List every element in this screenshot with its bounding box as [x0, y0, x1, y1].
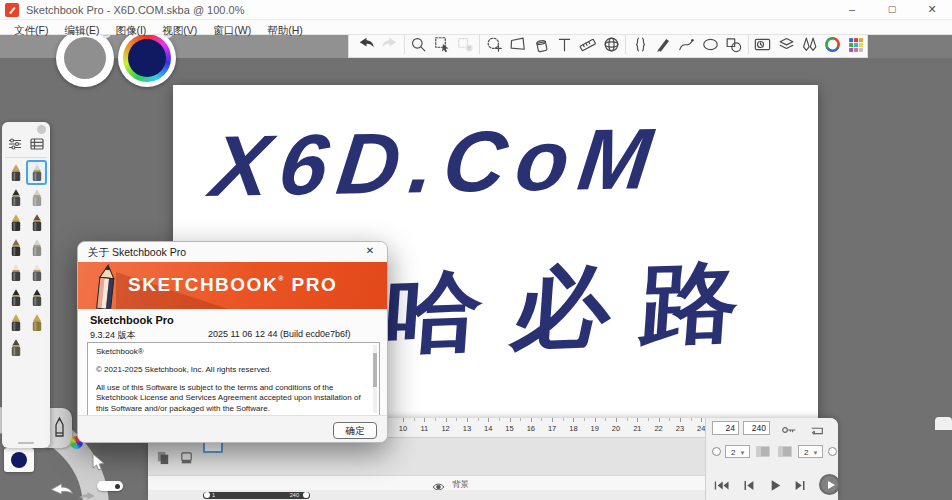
menu-item-4[interactable]: 窗口(W) — [205, 23, 259, 39]
brush-list-icon[interactable] — [29, 136, 45, 156]
license-line: All use of this Software is subject to t… — [96, 383, 365, 415]
play-animation-button[interactable] — [819, 474, 840, 495]
dialog-close-button[interactable]: ✕ — [362, 245, 378, 256]
menu-item-3[interactable]: 视图(V) — [154, 23, 205, 39]
curve-icon[interactable] — [676, 32, 698, 56]
brush-gold-marker[interactable] — [26, 310, 47, 335]
color-wheel-icon[interactable] — [822, 32, 844, 56]
next-frame-button[interactable] — [794, 478, 807, 496]
redo-icon[interactable] — [378, 32, 400, 56]
background-layer-row[interactable]: 背景 — [148, 475, 705, 490]
go-to-start-button[interactable] — [714, 478, 730, 496]
radio-right[interactable] — [828, 447, 837, 456]
speed-select-left[interactable]: 2▼ — [725, 445, 750, 458]
ellipse-icon[interactable] — [699, 32, 721, 56]
registered-mark: ® — [278, 275, 285, 282]
lagoon-redo-icon[interactable] — [78, 487, 96, 500]
timelapse-icon[interactable] — [752, 32, 774, 56]
selection-add-icon[interactable] — [483, 32, 505, 56]
brush-puck-surface[interactable] — [64, 37, 106, 79]
symmetry-icon[interactable] — [629, 32, 651, 56]
duplicate-frame-icon[interactable] — [156, 450, 172, 466]
ruler-tick-minor — [414, 418, 415, 421]
brush-ballpoint[interactable] — [5, 235, 26, 260]
ok-button[interactable]: 确定 — [333, 422, 377, 439]
ruler-icon[interactable] — [577, 32, 599, 56]
panel-drag-handle[interactable] — [18, 442, 34, 444]
onion-before-icon[interactable] — [756, 446, 770, 457]
license-scrollbar[interactable] — [373, 345, 377, 413]
range-start-handle[interactable] — [204, 492, 210, 498]
brush-pencil[interactable] — [5, 160, 26, 185]
layers-icon[interactable] — [775, 32, 797, 56]
swatches-icon[interactable] — [845, 32, 867, 56]
color-puck-current-color[interactable] — [128, 39, 166, 77]
current-frame-input[interactable]: 24 — [712, 421, 739, 435]
select-icon[interactable] — [431, 32, 453, 56]
deselect-icon[interactable] — [454, 32, 476, 56]
brush-felt-marker-2[interactable] — [26, 285, 47, 310]
ruler-tick — [488, 418, 489, 422]
ruler-tick — [659, 418, 660, 422]
onion-after-icon[interactable] — [778, 446, 792, 457]
menu-item-0[interactable]: 文件(F) — [6, 23, 56, 39]
brush-paintbrush[interactable] — [26, 210, 47, 235]
loop-icon[interactable] — [809, 422, 825, 440]
brush-inking-pen[interactable] — [5, 185, 26, 210]
menu-item-5[interactable]: 帮助(H) — [259, 23, 311, 39]
brush-library-icon[interactable] — [798, 32, 820, 56]
previous-frame-button[interactable] — [742, 478, 755, 496]
range-end-handle[interactable] — [303, 492, 309, 498]
zoom-icon[interactable] — [408, 32, 430, 56]
panel-knob[interactable] — [37, 125, 46, 134]
distort-icon[interactable] — [507, 32, 529, 56]
dialog-footer: 确定 — [78, 415, 387, 443]
brush-eraser-hard[interactable] — [5, 260, 26, 285]
ruler-number: 21 — [633, 424, 641, 433]
perspective-icon[interactable] — [600, 32, 622, 56]
play-button[interactable] — [770, 478, 782, 496]
timeline-frames-area[interactable] — [148, 438, 705, 475]
total-frames-input[interactable]: 240 — [743, 421, 770, 435]
key-icon[interactable] — [781, 422, 797, 440]
brush-airbrush[interactable] — [26, 185, 47, 210]
product-name: Sketchbook Pro — [90, 314, 174, 326]
close-button[interactable]: ✕ — [912, 0, 952, 20]
current-color-chip[interactable] — [4, 448, 34, 472]
fill-icon[interactable] — [530, 32, 552, 56]
license-textbox[interactable]: Sketchbook®© 2021-2025 Sketchbook, Inc. … — [87, 342, 380, 416]
brush-fine-marker[interactable] — [5, 310, 26, 335]
ruler-tick-minor — [541, 418, 542, 421]
playback-controls-section: 24 240 2▼ 2▼ — [705, 418, 838, 500]
text-icon[interactable] — [553, 32, 575, 56]
ruler-number: 18 — [569, 424, 577, 433]
ruler-number: 10 — [399, 424, 407, 433]
stroke-icon[interactable] — [652, 32, 674, 56]
maximize-button[interactable]: ▢ — [872, 0, 912, 20]
brush-marker[interactable] — [26, 160, 47, 185]
lagoon-slider[interactable] — [97, 481, 123, 491]
brush-eraser-soft[interactable] — [26, 260, 47, 285]
menu-item-1[interactable]: 编辑(E) — [56, 23, 107, 39]
dialog-title: 关于 Sketchbook Pro — [88, 246, 186, 260]
undo-icon[interactable] — [355, 32, 377, 56]
scrollbar-thumb[interactable] — [373, 353, 377, 387]
shapes-icon[interactable] — [722, 32, 744, 56]
brush-felt-marker-1[interactable] — [5, 285, 26, 310]
lift-frame-icon[interactable] — [179, 450, 195, 466]
timeline-range-bar[interactable]: 1 240 — [203, 492, 310, 499]
radio-left[interactable] — [712, 447, 721, 456]
minimize-button[interactable]: – — [832, 0, 872, 20]
brush-settings-icon[interactable] — [7, 136, 23, 156]
ruler-tick — [531, 418, 532, 422]
lagoon-undo-icon[interactable] — [50, 482, 74, 500]
brush-fountain-pen[interactable] — [5, 210, 26, 235]
brush-chisel-marker[interactable] — [26, 235, 47, 260]
brush-broad-marker[interactable] — [5, 335, 26, 360]
menu-item-2[interactable]: 图像(I) — [107, 23, 154, 39]
dialog-title-bar[interactable]: 关于 Sketchbook Pro ✕ — [78, 242, 387, 262]
title-bar: Sketchbook Pro - X6D.COM.skba @ 100.0% –… — [0, 0, 952, 20]
speed-select-right[interactable]: 2▼ — [798, 445, 823, 458]
ruler-tick — [510, 418, 511, 422]
ruler-tick-minor — [563, 418, 564, 421]
